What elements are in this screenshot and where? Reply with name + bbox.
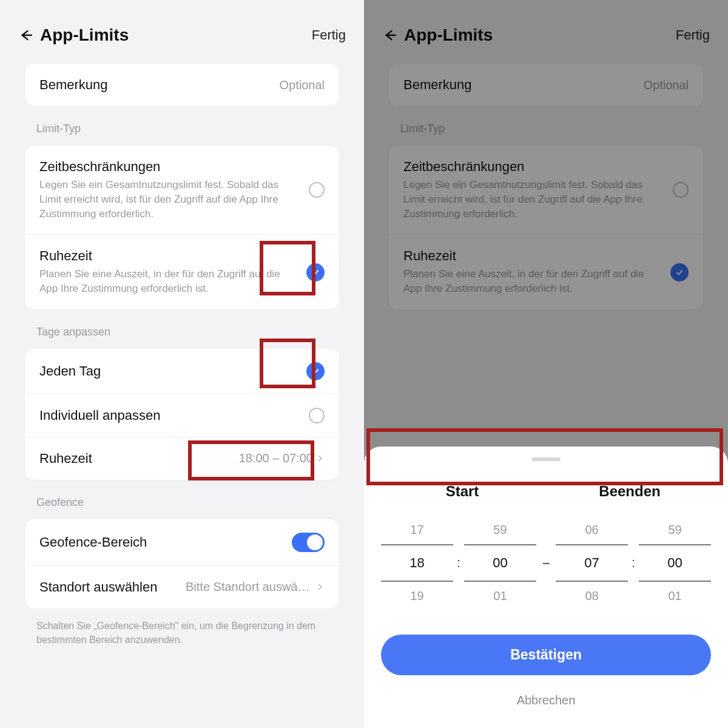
toggle-on-icon[interactable] bbox=[292, 533, 325, 552]
days-card: Jeden Tag Individuell anpassen Ruhezeit … bbox=[24, 348, 340, 480]
location-select-row[interactable]: Standort auswählen Bitte Standort auswäh… bbox=[25, 565, 339, 608]
start-minute-wheel[interactable]: 59 00 01 bbox=[462, 523, 539, 603]
radio-checked-icon[interactable] bbox=[306, 362, 325, 380]
time-picker-sheet: Start Beenden 17 18 19 : 59 00 01 – 06 bbox=[364, 447, 728, 728]
chevron-right-icon bbox=[315, 582, 325, 592]
end-minute-wheel[interactable]: 59 00 01 bbox=[636, 523, 713, 603]
picker-next-value: 01 bbox=[462, 589, 539, 603]
quiet-time-value-label: Ruhezeit bbox=[39, 451, 92, 467]
colon-separator: : bbox=[630, 555, 636, 571]
quiet-time-desc: Planen Sie eine Auszeit, in der für den … bbox=[39, 267, 282, 296]
every-day-label: Jeden Tag bbox=[39, 363, 101, 379]
note-label: Bemerkung bbox=[39, 77, 108, 93]
quiet-time-value: 18:00 – 07:00 bbox=[239, 451, 313, 465]
location-select-value: Bitte Standort auswäh… bbox=[186, 580, 313, 594]
custom-days-label: Individuell anpassen bbox=[39, 408, 160, 423]
picker-next-value: 01 bbox=[636, 589, 713, 603]
note-card: Bemerkung Optional bbox=[24, 63, 340, 107]
section-limit-type: Limit-Typ bbox=[24, 107, 340, 145]
geofence-card: Geofence-Bereich Standort auswählen Bitt… bbox=[24, 519, 340, 609]
end-hour-wheel[interactable]: 06 07 08 bbox=[553, 523, 630, 603]
location-select-label: Standort auswählen bbox=[39, 579, 157, 595]
radio-checked-icon[interactable] bbox=[306, 263, 325, 281]
picker-prev-value: 59 bbox=[462, 523, 539, 537]
quiet-time-value-row[interactable]: Ruhezeit 18:00 – 07:00 bbox=[25, 437, 339, 480]
back-arrow-icon[interactable] bbox=[17, 26, 35, 44]
limit-type-card: Zeitbeschränkungen Legen Sie ein Gesamtn… bbox=[24, 145, 340, 310]
picker-next-value: 19 bbox=[379, 589, 456, 603]
time-limit-desc: Legen Sie ein Gesamtnutzungslimit fest. … bbox=[39, 178, 282, 221]
start-hour-wheel[interactable]: 17 18 19 bbox=[379, 523, 456, 603]
section-geofence: Geofence bbox=[24, 480, 340, 519]
radio-unchecked-icon[interactable] bbox=[309, 408, 325, 423]
picker-prev-value: 59 bbox=[636, 523, 713, 537]
every-day-option[interactable]: Jeden Tag bbox=[25, 349, 339, 394]
confirm-button[interactable]: Bestätigen bbox=[381, 635, 711, 675]
range-dash: – bbox=[539, 555, 553, 571]
note-row[interactable]: Bemerkung Optional bbox=[25, 64, 339, 106]
picker-next-value: 08 bbox=[553, 589, 630, 603]
picker-prev-value: 17 bbox=[379, 523, 456, 537]
picker-prev-value: 06 bbox=[553, 523, 630, 537]
time-limit-option[interactable]: Zeitbeschränkungen Legen Sie ein Gesamtn… bbox=[25, 146, 339, 234]
geofence-area-label: Geofence-Bereich bbox=[39, 534, 147, 550]
geofence-footnote: Schalten Sie „Geofence-Bereich" ein, um … bbox=[24, 609, 340, 656]
sheet-handle-icon[interactable] bbox=[531, 457, 561, 461]
quiet-time-option[interactable]: Ruhezeit Planen Sie eine Auszeit, in der… bbox=[25, 234, 339, 309]
picker-current-value: 07 bbox=[556, 544, 628, 582]
colon-separator: : bbox=[456, 555, 462, 571]
chevron-right-icon bbox=[315, 454, 325, 463]
geofence-area-row[interactable]: Geofence-Bereich bbox=[25, 519, 339, 565]
picker-end-header: Beenden bbox=[546, 483, 713, 500]
time-limit-title: Zeitbeschränkungen bbox=[39, 159, 309, 175]
note-placeholder: Optional bbox=[280, 78, 325, 92]
picker-current-value: 00 bbox=[639, 544, 711, 582]
picker-current-value: 00 bbox=[464, 544, 536, 582]
quiet-time-title: Ruhezeit bbox=[39, 248, 306, 264]
picker-current-value: 18 bbox=[381, 544, 453, 582]
picker-start-header: Start bbox=[379, 483, 546, 500]
done-button[interactable]: Fertig bbox=[312, 27, 346, 43]
custom-days-option[interactable]: Individuell anpassen bbox=[25, 394, 339, 437]
radio-unchecked-icon[interactable] bbox=[309, 182, 325, 198]
cancel-button[interactable]: Abbrechen bbox=[364, 693, 728, 707]
page-title: App-Limits bbox=[40, 25, 312, 45]
section-days: Tage anpassen bbox=[24, 310, 340, 348]
